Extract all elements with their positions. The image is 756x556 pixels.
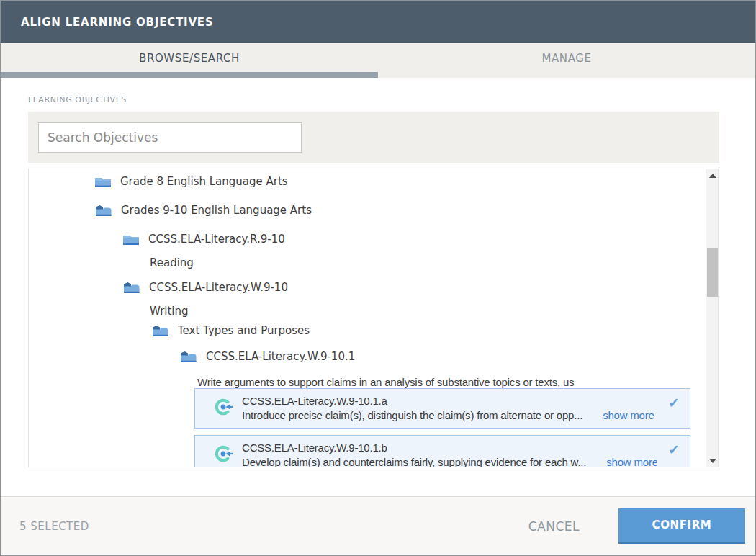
- dialog-header: ALIGN LEARNING OBJECTIVES: [1, 1, 755, 43]
- selected-check-icon: ✓: [668, 395, 680, 411]
- tree-item-label: CCSS.ELA-Literacy.W.9-10.1: [206, 350, 355, 363]
- dialog-footer: 5 SELECTED CANCEL CONFIRM: [1, 496, 755, 555]
- align-learning-objectives-dialog: ALIGN LEARNING OBJECTIVES BROWSE/SEARCH …: [0, 0, 756, 556]
- tree-item-reading: Reading: [29, 251, 706, 275]
- folder-open-icon: [180, 351, 197, 363]
- tree-item-label: Text Types and Purposes: [178, 324, 310, 337]
- confirm-button[interactable]: CONFIRM: [618, 508, 745, 544]
- tab-manage[interactable]: MANAGE: [378, 43, 755, 78]
- objective-card-w-9-10-1a[interactable]: CCSS.ELA-Literacy.W.9-10.1.a Introduce p…: [194, 388, 690, 429]
- objective-code: CCSS.ELA-Literacy.W.9-10.1.a: [242, 394, 657, 408]
- tree-item-label: CCSS.ELA-Literacy.R.9-10: [148, 233, 285, 246]
- objective-description: Develop claim(s) and counterclaims fairl…: [242, 455, 586, 467]
- tree-item-label: Write arguments to support claims in an …: [197, 376, 574, 388]
- objective-target-icon: [214, 444, 233, 466]
- objective-code: CCSS.ELA-Literacy.W.9-10.1.b: [242, 441, 657, 455]
- dialog-body: LEARNING OBJECTIVES Grade 8 English Lang…: [1, 95, 755, 467]
- objective-card-w-9-10-1b[interactable]: CCSS.ELA-Literacy.W.9-10.1.b Develop cla…: [194, 435, 690, 467]
- show-more-link[interactable]: show more: [606, 456, 657, 467]
- objective-texts: CCSS.ELA-Literacy.W.9-10.1.a Introduce p…: [242, 394, 657, 423]
- tree-item-ccss-w-9-10-1[interactable]: CCSS.ELA-Literacy.W.9-10.1: [29, 344, 706, 369]
- tab-browse-search[interactable]: BROWSE/SEARCH: [1, 43, 378, 78]
- scroll-up-button[interactable]: [706, 169, 719, 181]
- tree-scrollbar[interactable]: [706, 169, 718, 467]
- tree-item-label: Writing: [150, 305, 189, 318]
- folder-open-icon: [152, 325, 168, 337]
- tree-item-label: Grade 8 English Language Arts: [120, 175, 288, 188]
- dialog-title: ALIGN LEARNING OBJECTIVES: [21, 16, 214, 29]
- folder-closed-icon: [95, 176, 111, 188]
- tree-item-grades9-10[interactable]: Grades 9-10 English Language Arts: [29, 198, 706, 223]
- tree-item-label: Reading: [150, 256, 194, 269]
- cancel-button[interactable]: CANCEL: [528, 519, 580, 534]
- selected-count: 5 SELECTED: [19, 520, 528, 533]
- triangle-down-icon: [709, 459, 716, 463]
- show-more-link[interactable]: show more: [603, 409, 654, 421]
- tree-item-ccss-r-9-10[interactable]: CCSS.ELA-Literacy.R.9-10: [29, 227, 706, 251]
- scroll-down-button[interactable]: [706, 454, 719, 467]
- tree-item-ccss-w-9-10[interactable]: CCSS.ELA-Literacy.W.9-10: [29, 275, 706, 300]
- tree-item-label: CCSS.ELA-Literacy.W.9-10: [149, 281, 288, 294]
- selected-check-icon: ✓: [668, 441, 680, 458]
- objectives-tree: Grade 8 English Language Arts Grades 9-1…: [28, 169, 719, 467]
- tree-item-text-types[interactable]: Text Types and Purposes: [29, 318, 706, 343]
- search-objectives-input[interactable]: [38, 122, 302, 153]
- objective-description: Introduce precise claim(s), distinguish …: [242, 408, 582, 423]
- folder-open-icon: [95, 205, 112, 217]
- objective-texts: CCSS.ELA-Literacy.W.9-10.1.b Develop cla…: [242, 441, 657, 467]
- scrollbar-thumb[interactable]: [707, 248, 718, 297]
- folder-closed-icon: [123, 233, 139, 246]
- tree-item-label: Grades 9-10 English Language Arts: [121, 204, 312, 217]
- tree-item-grade8[interactable]: Grade 8 English Language Arts: [29, 169, 706, 194]
- objective-target-icon: [214, 398, 233, 419]
- search-panel: [28, 112, 719, 163]
- folder-open-icon: [123, 282, 140, 294]
- learning-objectives-label: LEARNING OBJECTIVES: [28, 95, 755, 104]
- triangle-up-icon: [709, 174, 716, 178]
- tab-bar: BROWSE/SEARCH MANAGE: [1, 43, 755, 78]
